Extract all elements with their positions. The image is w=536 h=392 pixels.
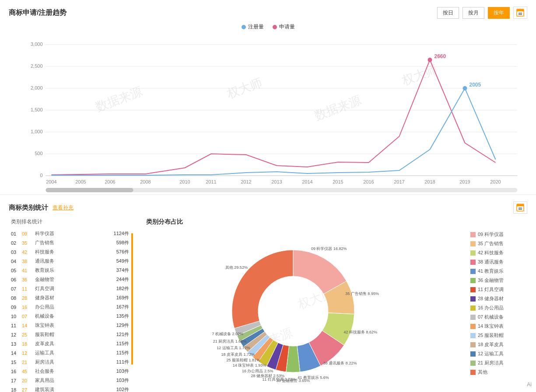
svg-text:1,500: 1,500 <box>31 107 43 112</box>
cat-code: 18 <box>22 341 35 347</box>
svg-rect-1 <box>517 9 524 11</box>
cat-count: 169件 <box>109 295 129 301</box>
query-link[interactable]: 查看补充 <box>53 204 74 212</box>
table-row: 07 11 灯具空调 182件 <box>9 284 131 293</box>
legend-row: 36 金融物管 <box>470 277 527 284</box>
svg-text:数据来源: 数据来源 <box>312 93 363 122</box>
top-header: 商标申请/注册趋势 按日 按月 按年 <box>9 7 527 19</box>
donut-container: 权大师 数据来源 09 科学仪器 16.82%35 广告销售 8.95%42 科… <box>212 230 396 388</box>
cat-count: 129件 <box>109 322 129 329</box>
legend-label: 07 机械设备 <box>478 314 504 320</box>
svg-text:2006: 2006 <box>105 179 115 184</box>
cat-count: 1124件 <box>109 230 129 237</box>
legend-label: 09 科学仪器 <box>478 231 504 238</box>
view-controls: 按日 按月 按年 <box>437 7 527 19</box>
donut-label: 16 办公用品 2.5% <box>242 369 273 373</box>
by-day-button[interactable]: 按日 <box>437 7 459 19</box>
legend-label: 11 灯具空调 <box>478 286 504 293</box>
cat-code: 36 <box>22 277 35 282</box>
legend-row: 16 办公用品 <box>470 305 527 311</box>
legend-dot-pink <box>273 25 277 29</box>
legend-label: 38 通讯服务 <box>478 259 504 265</box>
cat-name: 金融物管 <box>35 276 109 283</box>
svg-text:2012: 2012 <box>241 179 251 184</box>
donut-label: 14 珠宝钟表 1.93% <box>232 363 266 368</box>
table-row: 14 12 运输工具 115件 <box>9 348 131 357</box>
donut-segment <box>232 250 293 328</box>
svg-rect-41 <box>517 204 524 206</box>
legend-label: 16 办公用品 <box>478 305 504 311</box>
export-button-bottom[interactable] <box>513 201 527 214</box>
rank-num: 04 <box>11 259 22 264</box>
cat-code: 09 <box>22 231 35 236</box>
rank-num: 08 <box>11 295 22 301</box>
legend-color <box>470 361 476 366</box>
cat-count: 576件 <box>109 249 129 255</box>
by-year-button[interactable]: 按年 <box>488 7 510 19</box>
bottom-section: 商标类别统计 查看补充 类别排名统计 <box>0 195 536 392</box>
rank-num: 17 <box>11 378 22 383</box>
rank-num: 03 <box>11 250 22 255</box>
cat-code: 14 <box>22 323 35 328</box>
footer-ai: Ai <box>527 382 532 388</box>
donut-label: 28 健身器材 2.53% <box>251 374 284 378</box>
legend-row: 42 科技服务 <box>470 250 527 256</box>
legend-row: 41 教育娱乐 <box>470 268 527 274</box>
cat-code: 38 <box>22 259 35 264</box>
donut-label: 38 通讯服务 8.22% <box>323 361 357 365</box>
legend-row: 07 机械设备 <box>470 314 527 320</box>
scrollbar-thumb[interactable] <box>46 188 133 192</box>
top-section: 商标申请/注册趋势 按日 按月 按年 注册量 <box>0 0 536 195</box>
cat-count: 121件 <box>109 331 129 338</box>
svg-text:2015: 2015 <box>333 179 343 184</box>
cat-name: 科学仪器 <box>35 230 109 237</box>
table-row: 10 07 机械设备 135件 <box>9 312 131 321</box>
svg-text:2016: 2016 <box>363 179 374 184</box>
legend-label: 25 服装鞋帽 <box>478 332 504 339</box>
donut-label: 35 广告销售 8.95% <box>345 291 379 296</box>
legend-label: 35 广告销售 <box>478 240 504 247</box>
cat-code: 20 <box>22 378 35 383</box>
svg-text:2019: 2019 <box>459 179 470 184</box>
legend-row: 09 科学仪器 <box>470 231 527 238</box>
svg-text:2011: 2011 <box>206 179 216 184</box>
peak-application-dot <box>428 58 432 62</box>
legend-label: 41 教育娱乐 <box>478 268 504 274</box>
cat-code: 35 <box>22 240 35 246</box>
table-row: 06 36 金融物管 244件 <box>9 275 131 284</box>
legend-color <box>470 278 476 283</box>
legend-color <box>470 241 476 246</box>
rank-num: 12 <box>11 332 22 337</box>
cat-count: 182件 <box>109 285 129 292</box>
bottom-header: 商标类别统计 查看补充 <box>9 201 527 214</box>
table-row: 12 25 服装鞋帽 121件 <box>9 330 131 339</box>
legend-color <box>470 269 476 274</box>
svg-text:2008: 2008 <box>140 179 151 184</box>
svg-text:2014: 2014 <box>302 179 312 184</box>
donut-chart-svg: 权大师 数据来源 09 科学仪器 16.82%35 广告销售 8.95%42 科… <box>212 230 396 388</box>
left-panel: 类别排名统计 01 09 科学仪器 1124件 02 35 广告销售 598件 … <box>9 218 131 392</box>
export-icon-top <box>516 9 524 17</box>
section-title: 商标类别统计 <box>9 204 48 212</box>
by-month-button[interactable]: 按月 <box>462 7 484 19</box>
rank-num: 06 <box>11 277 22 282</box>
legend-color <box>470 296 476 302</box>
legend-color <box>470 324 476 329</box>
table-row: 02 35 广告销售 598件 <box>9 238 131 247</box>
legend-label: 42 科技服务 <box>478 250 504 256</box>
rank-num: 13 <box>11 341 22 347</box>
legend-color <box>470 260 476 265</box>
cat-code: 42 <box>22 250 35 255</box>
peak-registration-dot <box>463 86 467 90</box>
export-button-top[interactable] <box>513 7 527 19</box>
cat-code: 28 <box>22 295 35 301</box>
legend-row: 其他 <box>470 369 527 375</box>
cat-name: 科技服务 <box>35 249 109 255</box>
cat-code: 21 <box>22 360 35 365</box>
rank-num: 15 <box>11 360 22 365</box>
cat-name: 健身器材 <box>35 295 109 301</box>
table-row: 01 09 科学仪器 1124件 <box>9 229 131 238</box>
cat-name: 办公用品 <box>35 304 109 310</box>
cat-count: 135件 <box>109 313 129 319</box>
cat-count: 167件 <box>109 304 129 310</box>
